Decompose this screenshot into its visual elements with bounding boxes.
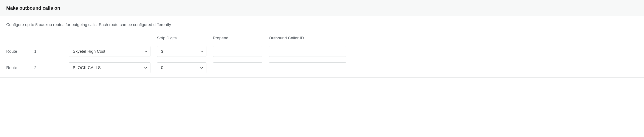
- panel-description: Configure up to 5 backup routes for outg…: [6, 22, 638, 27]
- panel-header: Make outbound calls on: [0, 0, 644, 16]
- route-endpoint-value: BLOCK CALLS: [73, 66, 101, 70]
- route-endpoint-select-wrap: Skyetel High Cost: [69, 46, 150, 57]
- route-label: Route: [6, 66, 28, 70]
- prepend-input[interactable]: [213, 62, 262, 73]
- panel-title: Make outbound calls on: [6, 6, 638, 11]
- prepend-input-wrap: [213, 46, 262, 57]
- column-header-prepend: Prepend: [213, 36, 262, 40]
- route-endpoint-select[interactable]: BLOCK CALLS: [69, 62, 150, 73]
- strip-digits-select-wrap: 3: [157, 46, 206, 57]
- column-header-strip-digits: Strip Digits: [157, 36, 206, 40]
- strip-digits-select[interactable]: 0: [157, 62, 206, 73]
- header-spacer: [69, 38, 150, 38]
- caller-id-input-wrap: [269, 62, 346, 73]
- route-label: Route: [6, 49, 28, 54]
- header-spacer: [6, 38, 28, 38]
- header-spacer: [34, 38, 62, 38]
- routes-grid: Strip Digits Prepend Outbound Caller ID …: [6, 36, 638, 73]
- prepend-input-wrap: [213, 62, 262, 73]
- strip-digits-value: 0: [161, 66, 163, 70]
- outbound-routes-panel: Make outbound calls on Configure up to 5…: [0, 0, 644, 78]
- column-header-caller-id: Outbound Caller ID: [269, 36, 346, 40]
- route-endpoint-select[interactable]: Skyetel High Cost: [69, 46, 150, 57]
- prepend-input[interactable]: [213, 46, 262, 57]
- strip-digits-value: 3: [161, 49, 163, 54]
- panel-body: Configure up to 5 backup routes for outg…: [0, 16, 644, 78]
- route-endpoint-value: Skyetel High Cost: [73, 49, 105, 54]
- caller-id-input[interactable]: [269, 62, 346, 73]
- caller-id-input-wrap: [269, 46, 346, 57]
- strip-digits-select-wrap: 0: [157, 62, 206, 73]
- route-endpoint-select-wrap: BLOCK CALLS: [69, 62, 150, 73]
- caller-id-input[interactable]: [269, 46, 346, 57]
- strip-digits-select[interactable]: 3: [157, 46, 206, 57]
- route-number: 2: [34, 66, 62, 70]
- route-number: 1: [34, 49, 62, 54]
